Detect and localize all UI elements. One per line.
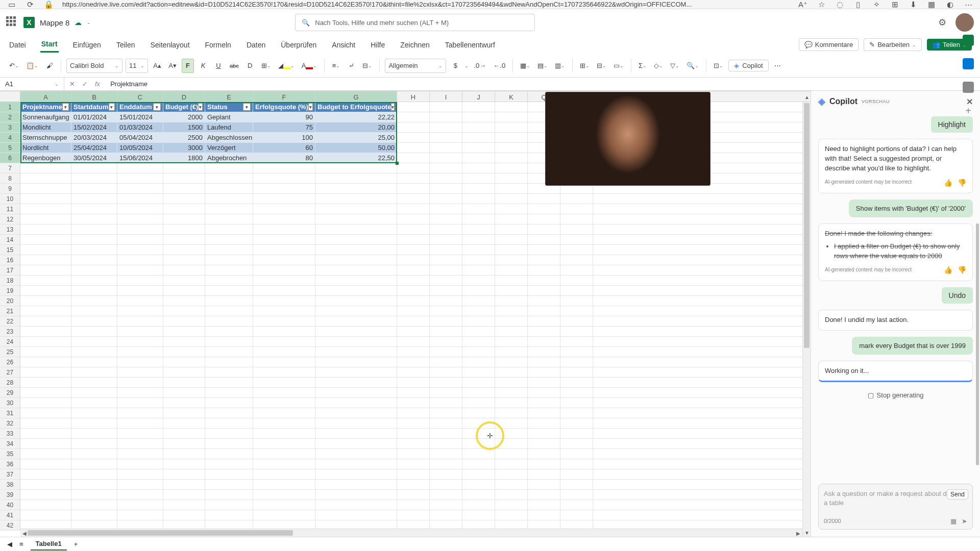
tab-daten[interactable]: Daten	[246, 38, 266, 52]
row-header[interactable]: 15	[0, 245, 20, 255]
cell[interactable]	[462, 276, 495, 285]
cell[interactable]	[117, 327, 163, 336]
cell[interactable]	[163, 194, 205, 204]
grid-row[interactable]: 40	[0, 500, 811, 510]
cell[interactable]	[163, 235, 205, 244]
row-header[interactable]: 21	[0, 306, 20, 316]
cell[interactable]	[430, 469, 462, 479]
grid-row[interactable]: 28	[0, 378, 811, 388]
cell[interactable]	[430, 133, 462, 142]
cell[interactable]	[20, 194, 71, 204]
cell[interactable]	[253, 245, 315, 255]
cell[interactable]	[163, 327, 205, 336]
cell[interactable]	[117, 408, 163, 418]
cell[interactable]	[20, 418, 71, 428]
cell[interactable]	[495, 286, 528, 295]
tab-zeichnen[interactable]: Zeichnen	[399, 38, 431, 52]
format-cells-icon[interactable]: ▭⌄	[611, 59, 626, 73]
tab-ueberpruefen[interactable]: Überprüfen	[280, 38, 317, 52]
cell[interactable]: 50,00	[315, 143, 397, 153]
cell[interactable]: Budget to Erfolgsquote▾	[315, 102, 397, 112]
cell[interactable]	[495, 408, 528, 418]
cell[interactable]	[430, 459, 462, 469]
cell[interactable]	[495, 316, 528, 326]
wrap-text-icon[interactable]: ⤶	[345, 59, 357, 73]
hscroll-thumb[interactable]	[28, 530, 293, 536]
horizontal-scrollbar[interactable]: ◀ ▶	[20, 529, 802, 537]
cell[interactable]	[163, 347, 205, 357]
cell[interactable]	[117, 347, 163, 357]
cell[interactable]	[315, 327, 397, 336]
cell[interactable]	[315, 306, 397, 316]
cell[interactable]	[315, 316, 397, 326]
cell[interactable]	[253, 469, 315, 479]
cell[interactable]	[117, 245, 163, 255]
grid-row[interactable]: 31	[0, 408, 811, 418]
cell[interactable]: 3000	[163, 143, 205, 153]
send-button[interactable]: Send	[947, 489, 968, 499]
cell[interactable]	[560, 327, 593, 336]
cell[interactable]: 100	[253, 133, 315, 142]
cell[interactable]	[560, 204, 593, 214]
grid-row[interactable]: 34	[0, 439, 811, 449]
cell[interactable]	[253, 316, 315, 326]
cell[interactable]	[163, 316, 205, 326]
tab-icon[interactable]: ▭	[7, 0, 16, 9]
cell[interactable]	[163, 265, 205, 275]
cell[interactable]	[71, 408, 117, 418]
downloads-icon[interactable]: ⬇	[909, 0, 918, 9]
cell[interactable]	[462, 122, 495, 132]
cell[interactable]: 22,22	[315, 112, 397, 122]
tab-tabellenentwurf[interactable]: Tabellenentwurf	[444, 38, 496, 52]
cell[interactable]	[163, 480, 205, 489]
cell[interactable]: Geplant	[205, 112, 253, 122]
cell[interactable]	[397, 510, 430, 520]
grid-row[interactable]: 22	[0, 316, 811, 327]
cell[interactable]	[71, 510, 117, 520]
cell[interactable]	[117, 429, 163, 438]
cell[interactable]	[495, 306, 528, 316]
row-header[interactable]: 37	[0, 469, 20, 479]
cell[interactable]	[495, 378, 528, 387]
grid-row[interactable]: 37	[0, 469, 811, 480]
cell[interactable]	[117, 214, 163, 224]
cell[interactable]	[117, 306, 163, 316]
cell[interactable]: Abgebrochen	[205, 153, 253, 163]
row-header[interactable]: 31	[0, 408, 20, 418]
cell[interactable]	[397, 388, 430, 397]
grid-row[interactable]: 23	[0, 327, 811, 337]
cell[interactable]	[205, 184, 253, 193]
cell[interactable]	[462, 173, 495, 183]
cell[interactable]	[462, 510, 495, 520]
row-header[interactable]: 33	[0, 429, 20, 438]
cell[interactable]	[205, 255, 253, 265]
cell[interactable]	[20, 337, 71, 346]
cell[interactable]	[163, 286, 205, 295]
cell[interactable]	[462, 286, 495, 295]
cell[interactable]	[397, 439, 430, 448]
cell[interactable]	[495, 490, 528, 499]
cell[interactable]	[462, 327, 495, 336]
cell[interactable]	[560, 418, 593, 428]
cell[interactable]: 75	[253, 122, 315, 132]
cell[interactable]	[315, 286, 397, 295]
cell[interactable]	[253, 510, 315, 520]
cell[interactable]	[163, 408, 205, 418]
cell[interactable]: Regenbogen	[20, 153, 71, 163]
cell[interactable]	[71, 480, 117, 489]
cell[interactable]	[495, 469, 528, 479]
cell[interactable]	[315, 469, 397, 479]
cell[interactable]	[315, 163, 397, 173]
cell[interactable]	[315, 265, 397, 275]
cell[interactable]	[205, 398, 253, 408]
cell[interactable]	[430, 276, 462, 285]
cell[interactable]	[205, 490, 253, 499]
addins-icon[interactable]: ⊡⌄	[712, 59, 725, 73]
attach-icon[interactable]: ▦	[950, 517, 957, 525]
cell[interactable]	[560, 398, 593, 408]
underline-button[interactable]: U	[212, 59, 225, 73]
cell[interactable]	[20, 347, 71, 357]
cell[interactable]	[528, 500, 560, 510]
cell[interactable]	[253, 163, 315, 173]
cell[interactable]	[20, 235, 71, 244]
